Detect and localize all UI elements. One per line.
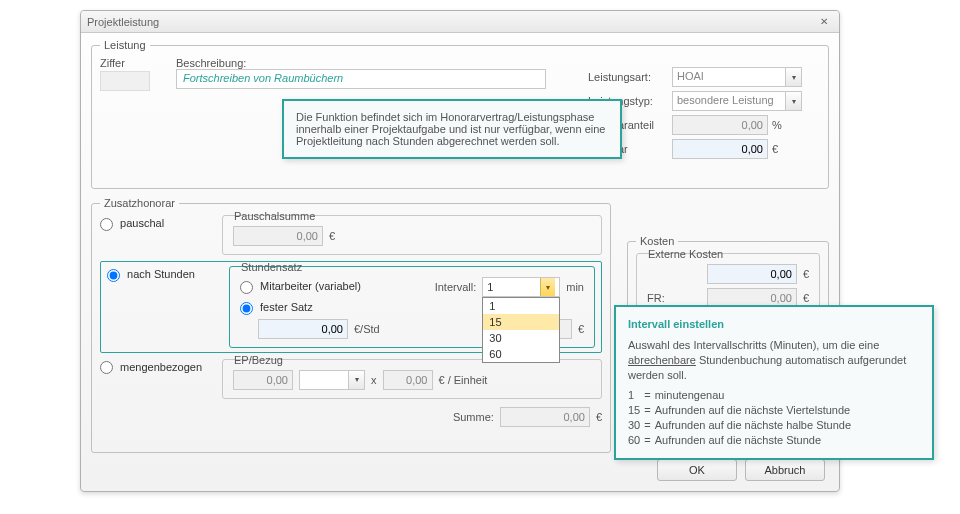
fester-satz-field[interactable]: [258, 319, 348, 339]
unit-percent: %: [772, 119, 782, 131]
cancel-button[interactable]: Abbruch: [745, 459, 825, 481]
ep-value-field: [233, 370, 293, 390]
legend-zusatz: Zusatzhonorar: [100, 197, 179, 209]
intervall-option[interactable]: 1: [483, 298, 559, 314]
callout-row: 1=minutengenau: [628, 388, 855, 403]
callout-function-info: Die Funktion befindet sich im Honorarver…: [282, 99, 622, 159]
intervall-option[interactable]: 60: [483, 346, 559, 362]
callout-body: Auswahl des Intervallschritts (Minuten),…: [628, 338, 920, 383]
externe-kosten-field[interactable]: [707, 264, 797, 284]
honorar-field[interactable]: [672, 139, 768, 159]
label-mult: x: [371, 374, 377, 386]
label-intervall: Intervall:: [435, 281, 477, 293]
radio-nach-stunden[interactable]: nach Stunden: [107, 268, 195, 280]
callout-row: 15=Aufrunden auf die nächste Viertelstun…: [628, 403, 855, 418]
intervall-select[interactable]: 1 ▾ 1 15 30 60: [482, 277, 560, 297]
window-title: Projektleistung: [87, 16, 815, 28]
label-fester-satz: fester Satz: [260, 301, 313, 313]
honoraranteil-field: [672, 115, 768, 135]
label-summe: Summe:: [453, 411, 494, 423]
unit-euro: €: [329, 230, 335, 242]
legend-externe: Externe Kosten: [645, 248, 726, 260]
label-ziffer: Ziffer: [100, 57, 160, 69]
ep-unit-select[interactable]: [299, 370, 349, 390]
beschreibung-field[interactable]: Fortschreiben von Raumbüchern: [176, 69, 546, 89]
callout-intervall-info: Intervall einstellen Auswahl des Interva…: [614, 305, 934, 460]
callout-table: 1=minutengenau 15=Aufrunden auf die näch…: [628, 388, 855, 447]
callout-row: 60=Aufrunden auf die nächste Stunde: [628, 433, 855, 448]
legend-epbezug: EP/Bezug: [231, 354, 286, 366]
label-pauschal: pauschal: [120, 217, 164, 229]
callout-text: Die Funktion befindet sich im Honorarver…: [296, 111, 608, 147]
label-mengenbezogen: mengenbezogen: [120, 361, 202, 373]
leistungstyp-select[interactable]: besondere Leistung: [672, 91, 786, 111]
legend-pauschalsumme: Pauschalsumme: [231, 210, 318, 222]
unit-euro: €: [596, 411, 602, 423]
summe-field: [500, 407, 590, 427]
intervall-option[interactable]: 30: [483, 330, 559, 346]
radio-mitarbeiter[interactable]: Mitarbeiter (variabel): [240, 280, 361, 294]
title-bar: Projektleistung ✕: [81, 11, 839, 33]
ep-qty-field: [383, 370, 433, 390]
label-fr: FR:: [647, 292, 701, 304]
unit-euro: €: [803, 268, 809, 280]
unit-min: min: [566, 281, 584, 293]
label-leistungsart: Leistungsart:: [588, 71, 668, 83]
chevron-down-icon[interactable]: ▾: [786, 67, 802, 87]
legend-kosten: Kosten: [636, 235, 678, 247]
unit-euro-einheit: € / Einheit: [439, 374, 488, 386]
unit-euro: €: [578, 323, 584, 335]
leistungsart-select[interactable]: HOAI: [672, 67, 786, 87]
radio-pauschal[interactable]: pauschal: [100, 217, 164, 229]
legend-stundensatz: Stundensatz: [238, 261, 305, 273]
legend-leistung: Leistung: [100, 39, 150, 51]
callout-heading: Intervall einstellen: [628, 317, 920, 332]
chevron-down-icon[interactable]: ▾: [540, 278, 555, 296]
ok-button[interactable]: OK: [657, 459, 737, 481]
ziffer-field: [100, 71, 150, 91]
label-nach-stunden: nach Stunden: [127, 268, 195, 280]
radio-fester-satz[interactable]: fester Satz: [240, 301, 313, 315]
chevron-down-icon[interactable]: ▾: [786, 91, 802, 111]
intervall-options: 1 15 30 60: [482, 297, 560, 363]
fieldset-zusatzhonorar: Zusatzhonorar pauschal Pauschalsumme €: [91, 197, 611, 453]
intervall-option[interactable]: 15: [483, 314, 559, 330]
pauschalsumme-field: [233, 226, 323, 246]
unit-euro: €: [772, 143, 778, 155]
callout-row: 30=Aufrunden auf die nächste halbe Stund…: [628, 418, 855, 433]
radio-mengenbezogen[interactable]: mengenbezogen: [100, 361, 202, 373]
unit-euro: €: [803, 292, 809, 304]
unit-euro-std: €/Std: [354, 323, 380, 335]
close-icon[interactable]: ✕: [815, 15, 833, 29]
chevron-down-icon[interactable]: ▾: [349, 370, 365, 390]
label-mitarbeiter: Mitarbeiter (variabel): [260, 280, 361, 292]
intervall-selected: 1: [487, 281, 493, 293]
